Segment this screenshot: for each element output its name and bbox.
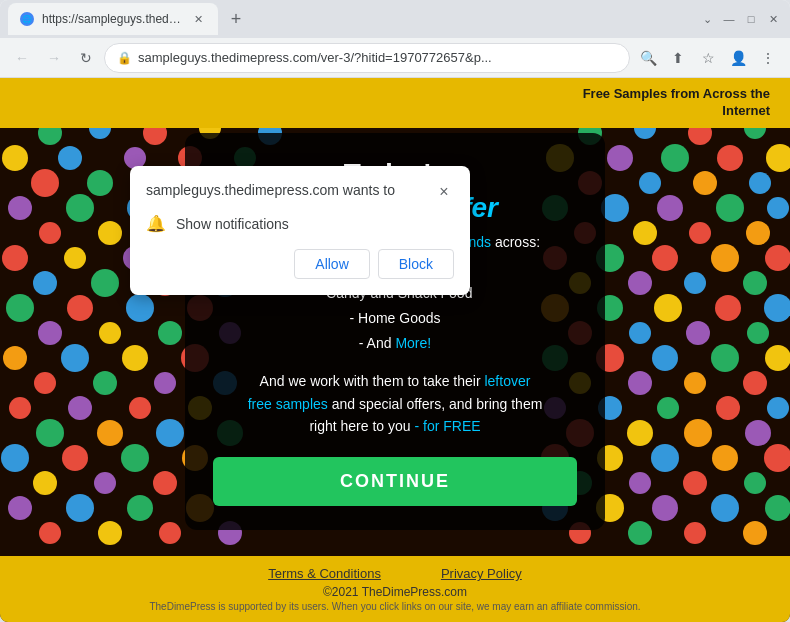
svg-point-141 [39, 522, 61, 544]
close-button[interactable]: ✕ [764, 10, 782, 28]
svg-point-36 [749, 172, 771, 194]
popup-buttons: Allow Block [146, 249, 454, 279]
svg-point-121 [745, 420, 771, 446]
svg-point-145 [159, 522, 181, 544]
svg-point-71 [765, 245, 790, 271]
svg-point-105 [765, 345, 790, 371]
svg-point-91 [61, 344, 89, 372]
svg-point-122 [767, 397, 789, 419]
page-header-banner: Free Samples from Across the Internet [0, 78, 790, 128]
svg-point-85 [686, 321, 710, 345]
allow-button[interactable]: Allow [294, 249, 369, 279]
header-text: Free Samples from Across the Internet [583, 86, 770, 120]
back-button[interactable]: ← [8, 44, 36, 72]
svg-point-155 [743, 521, 767, 545]
svg-point-22 [58, 146, 82, 170]
toolbar-icons: 🔍 ⬆ ☆ 👤 ⋮ [634, 44, 782, 72]
url-text: sampleguys.thedimepress.com/ver-3/?hitid… [138, 50, 617, 65]
continue-button[interactable]: CONTINUE [213, 457, 577, 506]
svg-point-143 [98, 521, 122, 545]
svg-point-54 [767, 197, 789, 219]
chevron-down-icon[interactable]: ⌄ [698, 10, 716, 28]
new-tab-button[interactable]: + [222, 5, 250, 33]
footer-links: Terms & Conditions Privacy Policy [20, 566, 770, 581]
share-icon[interactable]: ⬆ [664, 44, 692, 72]
svg-point-151 [628, 521, 652, 545]
active-tab[interactable]: 🌐 https://sampleguys.thedimepres... ✕ [8, 3, 218, 35]
svg-point-86 [715, 295, 741, 321]
svg-point-32 [639, 172, 661, 194]
title-bar: 🌐 https://sampleguys.thedimepres... ✕ + … [0, 0, 790, 38]
svg-point-93 [122, 345, 148, 371]
svg-point-108 [68, 396, 92, 420]
minimize-button[interactable]: — [720, 10, 738, 28]
svg-point-123 [1, 444, 29, 472]
url-bar[interactable]: 🔒 sampleguys.thedimepress.com/ver-3/?hit… [104, 43, 630, 73]
tab-close-button[interactable]: ✕ [190, 11, 206, 27]
svg-point-106 [9, 397, 31, 419]
svg-point-31 [607, 145, 633, 171]
popup-close-button[interactable]: × [434, 182, 454, 202]
svg-point-109 [97, 420, 123, 446]
svg-point-83 [629, 322, 651, 344]
svg-point-118 [657, 397, 679, 419]
page-footer: Terms & Conditions Privacy Policy ©2021 … [0, 556, 790, 622]
svg-point-73 [38, 321, 62, 345]
svg-point-137 [712, 445, 738, 471]
svg-point-138 [744, 472, 766, 494]
svg-point-134 [629, 472, 651, 494]
svg-point-55 [2, 245, 28, 271]
svg-point-94 [154, 372, 176, 394]
svg-point-90 [34, 372, 56, 394]
svg-point-75 [99, 322, 121, 344]
bookmark-icon[interactable]: ☆ [694, 44, 722, 72]
maximize-button[interactable]: □ [742, 10, 760, 28]
svg-point-58 [91, 269, 119, 297]
leftover-link[interactable]: leftover free samples [248, 373, 531, 411]
svg-point-53 [746, 221, 770, 245]
svg-point-40 [66, 194, 94, 222]
search-icon[interactable]: 🔍 [634, 44, 662, 72]
svg-point-66 [628, 271, 652, 295]
profile-icon[interactable]: 👤 [724, 44, 752, 72]
svg-point-128 [153, 471, 177, 495]
lock-icon: 🔒 [117, 51, 132, 65]
svg-point-56 [33, 271, 57, 295]
menu-icon[interactable]: ⋮ [754, 44, 782, 72]
svg-point-125 [62, 445, 88, 471]
svg-point-39 [39, 222, 61, 244]
svg-point-49 [633, 221, 657, 245]
for-free-text: - for FREE [414, 418, 480, 434]
svg-point-92 [93, 371, 117, 395]
svg-point-21 [31, 169, 59, 197]
svg-point-117 [627, 420, 653, 446]
address-bar: ← → ↻ 🔒 sampleguys.thedimepress.com/ver-… [0, 38, 790, 78]
popup-title: sampleguys.thedimepress.com wants to [146, 182, 395, 198]
svg-point-156 [765, 495, 790, 521]
svg-point-87 [747, 322, 769, 344]
svg-point-67 [652, 245, 678, 271]
forward-button[interactable]: → [40, 44, 68, 72]
svg-point-48 [601, 194, 629, 222]
svg-point-76 [126, 294, 154, 322]
svg-point-89 [3, 346, 27, 370]
svg-point-154 [711, 494, 739, 522]
browser-window: 🌐 https://sampleguys.thedimepres... ✕ + … [0, 0, 790, 622]
svg-point-120 [716, 396, 740, 420]
svg-point-124 [33, 471, 57, 495]
block-button[interactable]: Block [378, 249, 454, 279]
svg-point-57 [64, 247, 86, 269]
svg-point-107 [36, 419, 64, 447]
list-item-4: - And More! [359, 335, 431, 351]
terms-link[interactable]: Terms & Conditions [268, 566, 381, 581]
tab-favicon: 🌐 [20, 12, 34, 26]
svg-point-52 [716, 194, 744, 222]
svg-point-104 [743, 371, 767, 395]
svg-point-77 [158, 321, 182, 345]
footer-disclaimer: TheDimePress is supported by its users. … [20, 601, 770, 612]
popup-notification-text: Show notifications [176, 216, 289, 232]
privacy-link[interactable]: Privacy Policy [441, 566, 522, 581]
svg-point-142 [66, 494, 94, 522]
svg-point-144 [127, 495, 153, 521]
reload-button[interactable]: ↻ [72, 44, 100, 72]
